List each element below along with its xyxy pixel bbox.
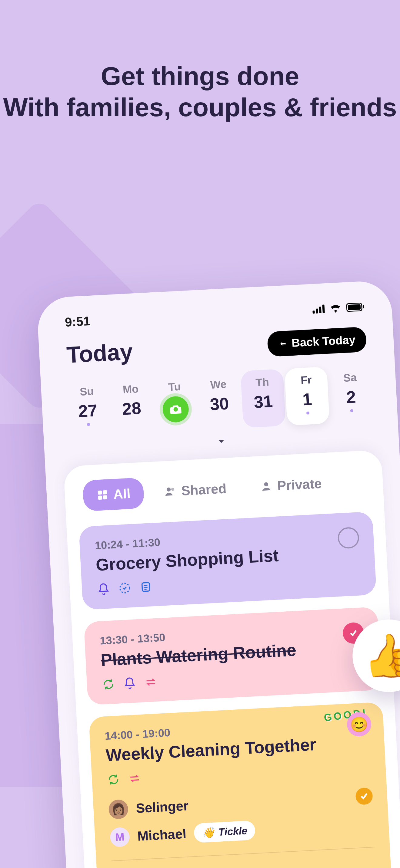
page-title: Today [66,338,133,368]
note-icon [139,581,152,594]
bell-icon [123,677,136,690]
status-time: 9:51 [64,314,91,330]
tasks-sheet: All Shared Private 10:24 - 11:30 Grocery… [63,450,400,868]
chevron-right-icon [207,865,220,868]
svg-rect-4 [103,490,107,495]
svg-rect-1 [348,304,361,310]
day-abbr: We [197,377,240,392]
camera-icon [169,403,183,416]
repeat-icon [128,772,141,785]
day-abbr: Mo [109,382,152,397]
messages-label: 13 messages [130,866,202,868]
day-number: 31 [241,391,285,412]
svg-rect-2 [363,305,365,308]
svg-rect-3 [98,491,102,495]
task-card[interactable]: GOOD! 😊 14:00 - 19:00 Weekly Cleaning To… [89,702,392,868]
battery-icon [346,303,365,312]
people-icon [164,485,177,498]
camera-button[interactable] [162,396,190,423]
sync-icon [107,773,120,786]
sync-icon [102,678,115,691]
cellular-icon [312,305,324,314]
wifi-icon [329,304,342,313]
svg-point-7 [167,488,171,492]
day-fr[interactable]: Fr 1 [284,367,330,426]
day-we[interactable]: We 30 [197,371,242,430]
headline-line2: With families, couples & friends [0,92,400,123]
bell-icon [97,583,110,596]
assignee-name: Michael [137,826,187,844]
repeat-icon [144,676,158,689]
svg-point-8 [171,488,175,491]
day-sa[interactable]: Sa 2 [328,364,374,424]
tickle-label: Tickle [218,825,248,838]
check-icon [359,791,369,801]
day-th[interactable]: Th 31 [240,369,286,428]
day-su[interactable]: Su 27 [65,378,110,437]
day-abbr: Sa [328,370,372,385]
chevron-down-icon [214,434,228,448]
day-tu[interactable]: Tu [153,373,198,433]
avatar: 👩🏽 [108,799,128,819]
filter-shared-label: Shared [181,481,227,498]
day-abbr: Su [65,384,108,399]
day-dot [350,409,354,412]
task-card[interactable]: 10:24 - 11:30 Grocery Shopping List [79,512,377,610]
person-icon [260,480,273,493]
progress-icon [118,581,131,595]
assignee-name: Selinger [136,798,189,816]
filter-private[interactable]: Private [246,468,336,503]
back-today-button[interactable]: Back Today [267,327,367,357]
wave-icon: 👋 [202,826,215,839]
day-dot [306,412,310,415]
back-arrow-icon [278,339,288,349]
marketing-headline: Get things done With families, couples &… [0,0,400,123]
day-number: 30 [198,393,241,415]
day-abbr: Th [241,375,284,390]
check-icon [348,628,359,638]
filter-private-label: Private [277,476,322,494]
day-number: 2 [330,386,373,408]
task-card[interactable]: 13:30 - 13:50 Plants Watering Routine [84,607,381,705]
headline-line1: Get things done [0,61,400,92]
day-dot [87,423,90,427]
day-abbr: Fr [285,373,327,388]
messages-link[interactable]: 13 messages [112,857,376,868]
svg-rect-6 [103,495,107,500]
day-mo[interactable]: Mo 28 [109,376,154,435]
back-today-label: Back Today [291,334,355,350]
day-abbr: Tu [153,379,196,394]
filter-all-label: All [113,486,131,502]
day-number: 28 [110,398,153,420]
svg-point-9 [264,483,268,487]
avatar: M [110,827,130,847]
grid-icon [96,489,109,501]
tickle-button[interactable]: 👋 Tickle [194,820,256,843]
filter-all[interactable]: All [82,477,145,512]
svg-rect-5 [98,496,102,500]
day-number: 1 [285,388,329,410]
day-number: 27 [66,400,109,422]
filter-shared[interactable]: Shared [150,472,240,508]
phone-frame: 9:51 Today Back Today Su 27 [36,280,400,868]
